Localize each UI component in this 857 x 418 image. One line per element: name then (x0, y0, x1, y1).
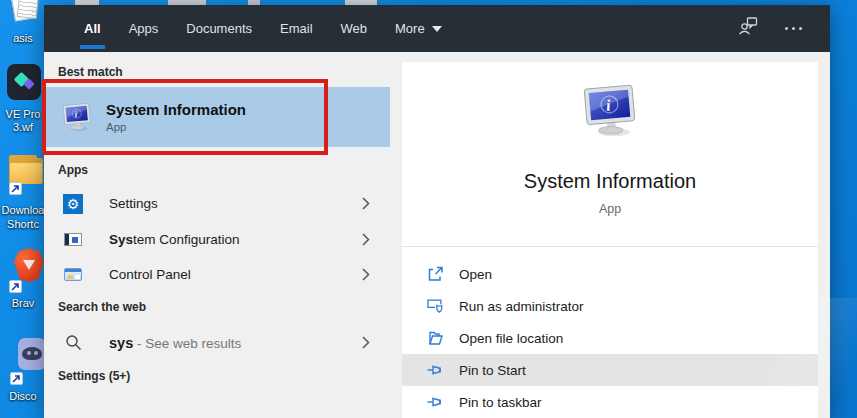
section-header-search-the-web: Search the web (58, 300, 146, 314)
section-header-settings: Settings (5+) (58, 369, 130, 383)
shortcut-arrow-icon (9, 280, 22, 293)
action-label: Open (459, 267, 492, 282)
chevron-right-icon (362, 197, 370, 210)
tab-apps[interactable]: Apps (115, 5, 173, 52)
action-pin-to-taskbar[interactable]: Pin to taskbar (402, 386, 818, 418)
result-web-search[interactable]: sys - See web results (45, 325, 390, 360)
action-pin-to-start[interactable]: Pin to Start (402, 354, 818, 386)
settings-gear-icon: ⚙ (63, 194, 83, 214)
chevron-right-icon (362, 268, 370, 281)
desktop-icon-label: Shortc (0, 218, 46, 230)
result-label: sys - See web results (109, 335, 241, 351)
result-title: System Information (106, 101, 246, 118)
preview-subtitle: App (402, 202, 818, 216)
result-control-panel[interactable]: Control Panel (45, 257, 390, 292)
action-label: Pin to taskbar (459, 395, 542, 410)
open-icon (427, 266, 444, 283)
action-run-as-administrator[interactable]: Run as administrator (402, 290, 818, 322)
section-header-best-match: Best match (58, 65, 123, 79)
result-label: Settings (109, 196, 158, 211)
folder-location-icon (427, 330, 444, 347)
divider (402, 246, 818, 247)
tab-label: Email (280, 21, 313, 36)
tab-all[interactable]: All (70, 5, 115, 52)
desktop-icon-label: Disco (0, 390, 46, 402)
search-header: All Apps Documents Email Web More (44, 5, 830, 52)
brave-icon (14, 248, 44, 282)
desktop-icon-discord[interactable] (18, 338, 46, 370)
pin-icon (427, 394, 444, 411)
section-header-apps: Apps (58, 163, 88, 177)
shortcut-arrow-icon (9, 182, 22, 195)
chevron-right-icon (362, 233, 370, 246)
shortcut-arrow-icon (10, 372, 23, 385)
action-open[interactable]: Open (402, 258, 818, 290)
tab-documents[interactable]: Documents (172, 5, 266, 52)
action-list: Open Run as administrator Open file l (402, 258, 818, 418)
run-admin-shield-icon (427, 298, 444, 315)
tab-label: All (84, 21, 101, 36)
control-panel-icon (63, 265, 83, 285)
desktop-icon-label: Downloa (0, 204, 46, 216)
tab-label: More (395, 21, 425, 36)
video-editor-icon (7, 64, 41, 100)
result-system-configuration[interactable]: System Configuration (45, 222, 390, 257)
pin-icon (427, 362, 444, 379)
best-match-result[interactable]: System Information App (45, 87, 390, 147)
preview-panel: System Information App Open R (402, 62, 818, 418)
result-label: System Configuration (109, 232, 240, 247)
tab-more[interactable]: More (381, 5, 456, 52)
search-tabs: All Apps Documents Email Web More (70, 5, 456, 52)
action-label: Open file location (459, 331, 563, 346)
chevron-down-icon (432, 26, 442, 32)
tab-label: Web (341, 21, 368, 36)
desktop-icon-download-shortcut[interactable] (9, 158, 43, 186)
desktop-icon-brave[interactable] (14, 248, 44, 282)
tab-web[interactable]: Web (327, 5, 382, 52)
system-information-icon (61, 103, 93, 132)
tab-label: Apps (129, 21, 159, 36)
result-label: Control Panel (109, 267, 191, 282)
preview-title: System Information (402, 170, 818, 193)
tab-email[interactable]: Email (266, 5, 327, 52)
action-open-file-location[interactable]: Open file location (402, 322, 818, 354)
discord-icon (18, 338, 46, 370)
ellipsis-icon[interactable] (781, 23, 806, 34)
result-subtitle: App (106, 121, 246, 133)
desktop-icon-label: Brav (0, 297, 46, 309)
desktop-icon-label: 3.wf (0, 121, 46, 133)
desktop-icon-ve-pro[interactable] (7, 64, 41, 100)
search-flyout: All Apps Documents Email Web More (44, 5, 830, 418)
result-settings[interactable]: ⚙ Settings (45, 186, 390, 221)
tab-label: Documents (186, 21, 252, 36)
desktop-icon-label: VE Pro (0, 108, 46, 120)
system-information-icon (580, 84, 640, 139)
action-label: Pin to Start (459, 363, 526, 378)
papers-icon (13, 0, 39, 22)
desktop-icon-asis[interactable] (13, 0, 39, 22)
feedback-icon[interactable] (738, 16, 759, 41)
active-tab-underline (80, 45, 105, 49)
chevron-right-icon (362, 336, 370, 349)
search-icon (63, 333, 83, 353)
system-configuration-icon (63, 230, 83, 250)
desktop-icon-label: asis (0, 32, 46, 44)
action-label: Run as administrator (459, 299, 584, 314)
